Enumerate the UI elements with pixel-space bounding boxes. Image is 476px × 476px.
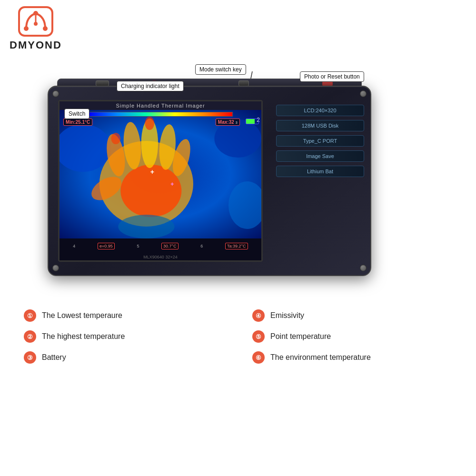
feature-text-1: The Lowest temperaure [42,311,122,320]
svg-point-23 [111,133,120,144]
crosshair-center: + [150,168,154,176]
stat-label-6: 6 [200,244,203,248]
battery-fill [246,119,255,124]
stat-label-5: 5 [137,244,139,248]
lcd-title: Simple Handled Thermal Imager [60,101,261,110]
feature-list: ① The Lowest temperaure ④ Emissivity ② T… [24,309,452,364]
feature-text-3: Battery [42,353,66,362]
callout-photo-reset: Photo or Reset button [300,71,364,82]
screw-bl [52,265,59,271]
spec-lcd: LCD:240×320 [276,105,364,116]
svg-point-24 [145,117,154,130]
temp-max-display: Max:32 3 [216,119,240,126]
lcd-screen: Simple Handled Thermal Imager [58,100,263,262]
device-wrapper: Switch Charging indicator light Mode swi… [38,48,395,295]
crosshair-point: + [170,181,174,188]
feature-item-6: ⑥ The environment temperature [252,351,452,364]
feature-text-6: The environment temperature [270,353,371,362]
spec-usb: 128M USB Disk [276,120,364,131]
svg-point-1 [33,11,38,16]
lcd-bottom-bar: 4 e=0.95 5 30.7°C 6 Ta:39.2°C [60,238,261,254]
feature-item-5: ⑤ Point temperature [252,330,452,343]
svg-point-5 [34,22,38,26]
screw-br [360,265,367,271]
screw-tl [52,90,59,97]
stat-env-temp: Ta:39.2°C [225,243,248,249]
callout-charging: Charging indicator light [117,81,184,91]
feature-item-2: ② The highest temperature [24,330,224,343]
feature-number-2: ② [24,330,36,343]
temp-scale-bar [88,112,233,117]
spec-port: Type_C PORT [276,135,364,147]
stat-point-temp: 30.7°C [161,243,178,249]
spec-battery: Lithium Bat [276,166,364,177]
svg-point-3 [43,26,48,31]
spec-panel: LCD:240×320 128M USB Disk Type_C PORT Im… [274,100,367,262]
feature-item-3: ③ Battery [24,351,224,364]
spec-save: Image Save [276,150,364,162]
stat-label-4: 4 [73,244,75,248]
screw-tr [360,90,367,97]
device-body: Simple Handled Thermal Imager [48,86,371,276]
feature-number-4: ④ [252,309,265,322]
callout-mode-switch: Mode switch key [195,64,246,75]
thermal-image: 1 2 Min:25.1°C Max:32 3 + + [60,110,261,238]
feature-number-5: ⑤ [252,330,265,343]
feature-text-4: Emissivity [270,311,304,320]
battery-indicator [246,119,259,124]
hand-thermal-svg: 1 2 [60,110,261,238]
feature-number-1: ① [24,309,36,322]
feature-number-3: ③ [24,351,36,364]
feature-item-1: ① The Lowest temperaure [24,309,224,322]
feature-item-4: ④ Emissivity [252,309,452,322]
logo-icon [17,5,55,38]
svg-point-22 [118,215,174,238]
feature-number-6: ⑥ [252,351,265,364]
feature-text-5: Point temperature [270,332,331,341]
lcd-model-info: MLX90640 32×24 [60,254,261,260]
logo-area: DMYOND [10,5,62,51]
svg-point-2 [24,26,29,31]
feature-text-2: The highest temperature [42,332,125,341]
callout-switch: Switch [64,109,89,119]
temp-min-display: Min:25.1°C [63,119,92,126]
stat-emissivity: e=0.95 [98,243,115,249]
